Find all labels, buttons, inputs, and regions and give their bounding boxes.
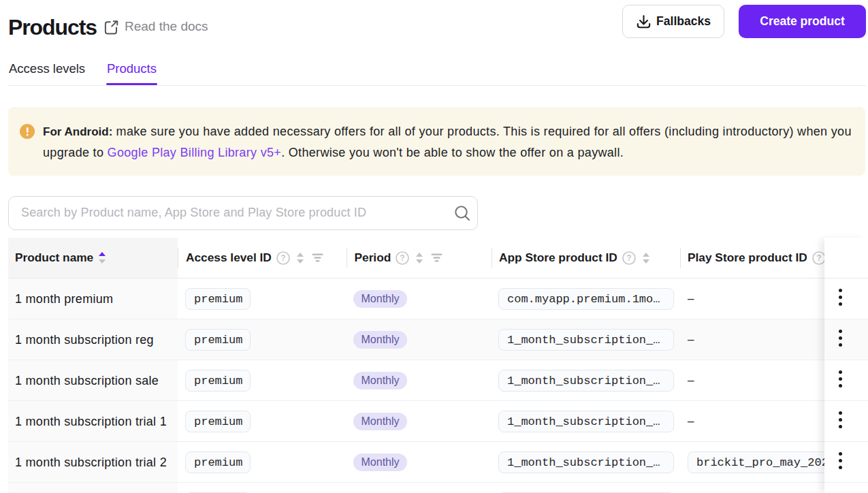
svg-text:?: ? — [816, 253, 821, 263]
svg-text:?: ? — [400, 253, 405, 263]
svg-text:?: ? — [280, 253, 285, 263]
svg-text:?: ? — [626, 253, 631, 263]
